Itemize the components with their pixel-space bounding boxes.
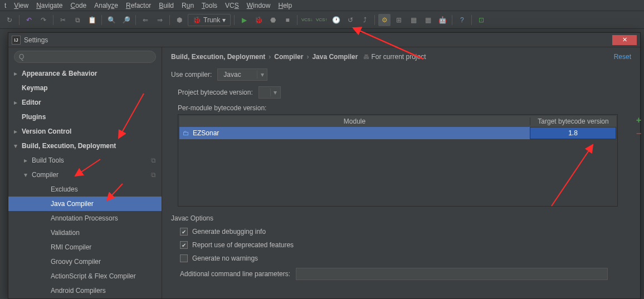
tree-item-appearance-behavior[interactable]: ▸Appearance & Behavior: [8, 66, 162, 81]
copy-icon[interactable]: ⧉: [71, 14, 84, 26]
folder-icon: 🗀: [183, 129, 189, 137]
remove-button[interactable]: −: [636, 129, 641, 139]
vcs-commit-icon[interactable]: VCS↑: [315, 14, 328, 26]
chevron-down-icon: ▾: [270, 89, 280, 96]
tree-item-build-execution-deployment[interactable]: ▾Build, Execution, Deployment: [8, 139, 162, 153]
find-icon[interactable]: 🔍: [105, 14, 118, 26]
settings-main: Build, Execution, Deployment › Compiler …: [162, 47, 640, 298]
run-config-label: Trunk: [203, 16, 220, 24]
menu-navigate[interactable]: Navigate: [36, 2, 62, 9]
tree-item-validation[interactable]: Validation: [8, 226, 162, 240]
chevron-down-icon: ▾: [257, 71, 267, 79]
settings-icon[interactable]: ⊞: [393, 14, 405, 26]
project-bytecode-combo[interactable]: ▾: [258, 86, 281, 99]
vcs-history-icon[interactable]: 🕐: [330, 14, 342, 26]
reset-link[interactable]: Reset: [614, 53, 631, 61]
menu-vcs[interactable]: VCS: [225, 2, 239, 9]
coverage-icon[interactable]: ⬣: [267, 14, 279, 26]
debug-icon[interactable]: 🐞: [252, 14, 265, 26]
copy-icon: ⧉: [151, 171, 156, 179]
menu-help[interactable]: Help: [278, 2, 292, 9]
target-version-cell[interactable]: 1.8: [530, 127, 616, 139]
bytecode-table: Module Target bytecode version 🗀 EZSonar…: [178, 114, 618, 207]
use-compiler-combo[interactable]: Javac ▾: [217, 68, 267, 81]
make-icon[interactable]: ⬢: [173, 14, 186, 26]
tree-item-java-compiler[interactable]: Java Compiler: [8, 197, 162, 211]
tree-item-annotation-processors[interactable]: Annotation Processors: [8, 211, 162, 226]
use-compiler-label: Use compiler:: [171, 71, 212, 79]
tree-item-plugins[interactable]: Plugins: [8, 110, 162, 124]
sdk-icon[interactable]: ▦: [407, 14, 419, 26]
settings-tree: ▸Appearance & BehaviorKeymap▸EditorPlugi…: [8, 66, 162, 298]
vcs-update-icon[interactable]: VCS↓: [301, 14, 313, 26]
stop-icon[interactable]: ■: [281, 14, 294, 26]
per-module-label: Per-module bytecode version:: [171, 104, 631, 112]
tree-item-android-compilers[interactable]: Android Compilers: [8, 283, 162, 298]
back-icon[interactable]: ⇐: [139, 14, 152, 26]
menu-bar: t View Navigate Code Analyze Refactor Bu…: [0, 0, 644, 11]
menu-refactor[interactable]: Refactor: [126, 2, 151, 9]
menu-view[interactable]: View: [14, 2, 28, 9]
menu-analyze[interactable]: Analyze: [94, 2, 118, 9]
tree-item-editor[interactable]: ▸Editor: [8, 95, 162, 110]
tree-item-version-control[interactable]: ▸Version Control: [8, 124, 162, 139]
cut-icon[interactable]: ✂: [57, 14, 69, 26]
settings-dialog: IJ Settings ✕ Q ▸Appearance & BehaviorKe…: [8, 32, 641, 299]
run-config-selector[interactable]: 🐞 Trunk ▾: [188, 14, 231, 26]
forward-icon[interactable]: ⇒: [154, 14, 166, 26]
search-icon: Q: [19, 53, 24, 61]
menu-code[interactable]: Code: [71, 2, 87, 9]
params-input[interactable]: [296, 268, 608, 280]
table-row[interactable]: 🗀 EZSonar 1.8: [179, 127, 616, 139]
undo-icon[interactable]: ↶: [23, 14, 35, 26]
menu-edit[interactable]: t: [4, 2, 6, 9]
project-structure-icon[interactable]: ⚙: [378, 14, 391, 26]
menu-run[interactable]: Run: [182, 2, 194, 9]
tree-item-groovy-compiler[interactable]: Groovy Compiler: [8, 254, 162, 269]
replace-icon[interactable]: 🔎: [120, 14, 132, 26]
tree-item-excludes[interactable]: Excludes: [8, 182, 162, 197]
vcs-push-icon[interactable]: ⤴: [359, 14, 371, 26]
tree-item-compiler[interactable]: ▾Compiler⧉: [8, 168, 162, 182]
menu-window[interactable]: Window: [247, 2, 271, 9]
settings-sidebar: Q ▸Appearance & BehaviorKeymap▸EditorPlu…: [8, 47, 162, 298]
add-button[interactable]: +: [636, 115, 641, 125]
tree-item-build-tools[interactable]: ▸Build Tools⧉: [8, 153, 162, 168]
menu-build[interactable]: Build: [159, 2, 174, 9]
chevron-down-icon: ▾: [222, 16, 226, 24]
main-toolbar: ↻ ↶ ↷ ✂ ⧉ 📋 🔍 🔎 ⇐ ⇒ ⬢ 🐞 Trunk ▾ ▶ 🐞 ⬣ ■ …: [0, 11, 644, 29]
run-icon[interactable]: ▶: [238, 14, 250, 26]
col-module: Module: [179, 117, 530, 125]
avd-icon[interactable]: ▦: [422, 14, 434, 26]
vcs-revert-icon[interactable]: ↺: [344, 14, 357, 26]
javac-options-label: Javac Options: [171, 214, 631, 222]
sync-icon[interactable]: ↻: [3, 14, 16, 26]
dialog-title: Settings: [24, 36, 48, 44]
checkbox-deprecated[interactable]: [180, 241, 188, 249]
app-icon: IJ: [12, 36, 21, 45]
close-button[interactable]: ✕: [612, 35, 637, 45]
bug-icon: 🐞: [193, 16, 201, 24]
help-icon[interactable]: ?: [456, 14, 468, 26]
col-target: Target bytecode version: [530, 117, 616, 125]
params-label: Additional command line parameters:: [180, 270, 290, 278]
checkbox-debug-info[interactable]: [180, 228, 188, 236]
settings-search[interactable]: Q: [14, 51, 156, 63]
tree-item-keymap[interactable]: Keymap: [8, 81, 162, 95]
tree-item-actionscript-flex-compiler[interactable]: ActionScript & Flex Compiler: [8, 269, 162, 283]
dialog-titlebar: IJ Settings ✕: [8, 33, 640, 47]
tree-item-rmi-compiler[interactable]: RMI Compiler: [8, 240, 162, 254]
breadcrumb: Build, Execution, Deployment › Compiler …: [171, 53, 631, 61]
redo-icon[interactable]: ↷: [37, 14, 50, 26]
copy-icon: ⧉: [151, 156, 156, 164]
menu-tools[interactable]: Tools: [202, 2, 217, 9]
paste-icon[interactable]: 📋: [86, 14, 98, 26]
checkbox-no-warnings[interactable]: [180, 254, 188, 262]
project-bytecode-label: Project bytecode version:: [178, 89, 253, 96]
for-current-project: 🖷 For current project: [363, 53, 426, 61]
android-icon[interactable]: 🤖: [436, 14, 448, 26]
chip-icon[interactable]: ⊡: [475, 14, 487, 26]
